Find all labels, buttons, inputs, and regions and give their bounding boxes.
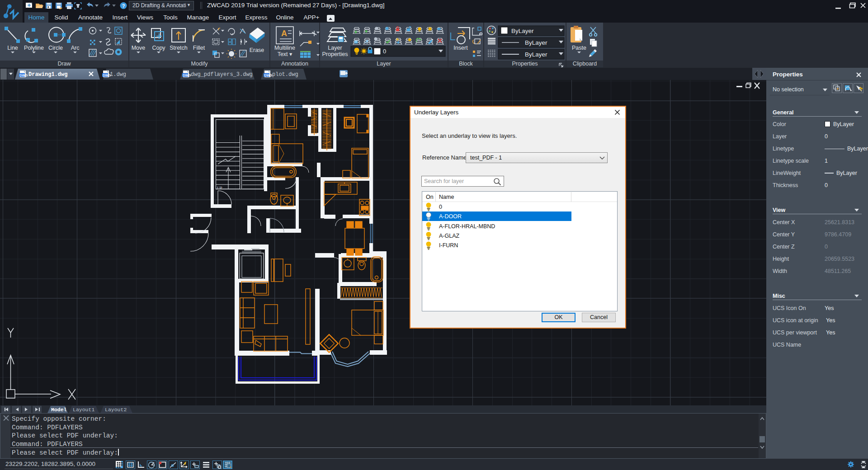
svg-text:Layout1: Layout1	[73, 407, 94, 413]
svg-text:?: ?	[122, 3, 125, 9]
svg-text:ByLayer: ByLayer	[525, 39, 547, 46]
svg-text:Layout2: Layout2	[105, 407, 127, 413]
svg-text:Model: Model	[51, 407, 67, 413]
svg-text:ByLayer: ByLayer	[525, 51, 547, 58]
svg-text:0: 0	[383, 48, 386, 55]
svg-text:Drawing1.dwg: Drawing1.dwg	[28, 71, 67, 78]
svg-text:UP: UP	[217, 186, 222, 190]
svg-text:A: A	[281, 29, 287, 38]
svg-text:plot.dwg: plot.dwg	[272, 71, 298, 78]
svg-text:1.dwg: 1.dwg	[110, 71, 126, 78]
svg-text:dwg_pdflayers_3.dwg: dwg_pdflayers_3.dwg	[191, 71, 253, 78]
svg-text:ByLayer: ByLayer	[511, 28, 534, 34]
svg-text:DWG: DWG	[19, 73, 28, 77]
